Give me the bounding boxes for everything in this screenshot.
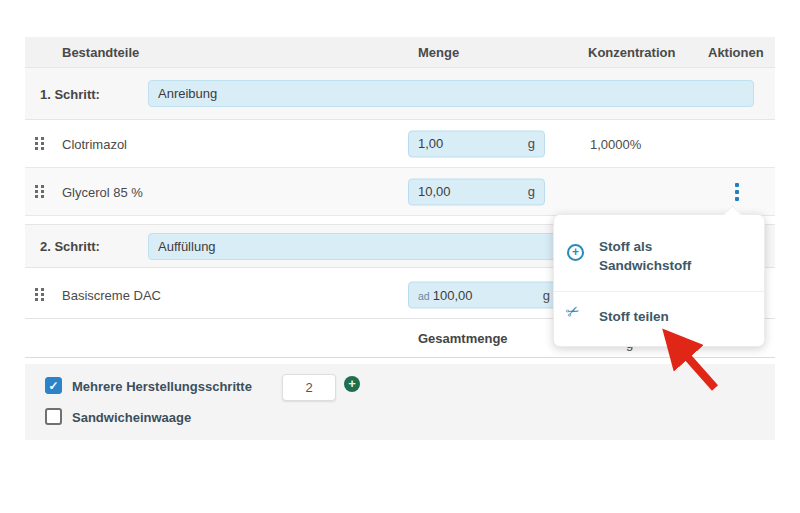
table-row-clotrimazol: Clotrimazol 1,00 g 1,0000% [25,120,775,168]
steps-count-input[interactable] [282,374,336,401]
unit-label: g [543,288,550,303]
amount-input[interactable]: 1,00 g [408,130,545,157]
add-step-icon[interactable]: + [344,376,360,392]
sandwicheinwaage-label: Sandwicheinwaage [72,410,191,425]
checkbox-mehrere-herstellungsschritte[interactable]: ✓ [45,377,62,394]
table-row-glycerol: Glycerol 85 % 10,00 g [25,168,775,216]
table-header-row: Bestandteile Menge Konzentration Aktione… [25,37,775,68]
check-icon: ✓ [48,379,58,393]
menu-divider [554,291,764,292]
menu-item-label: Stoff alsSandwichstoff [599,237,691,275]
ingredient-name: Clotrimazol [62,136,127,151]
red-annotation-arrow [630,322,730,400]
step-1-label: 1. Schritt: [40,86,100,101]
column-header-menge: Menge [418,37,459,68]
ingredient-name: Basiscreme DAC [62,288,161,303]
step-2-label: 2. Schritt: [40,239,100,254]
ad-prefix: ad [418,290,430,302]
step-1-name-input[interactable] [148,80,754,107]
menu-item-stoff-als-sandwichstoff[interactable]: + Stoff alsSandwichstoff [554,229,764,291]
mehrere-herstellungsschritte-label: Mehrere Herstellungsschritte [72,379,252,394]
drag-handle-icon[interactable] [35,288,44,302]
column-header-bestandteile: Bestandteile [62,37,139,68]
amount-input[interactable]: 10,00 g [408,178,545,205]
amount-value: 10,00 [418,184,451,199]
drag-handle-icon[interactable] [35,137,44,151]
ingredient-name: Glycerol 85 % [62,184,143,199]
column-header-aktionen: Aktionen [708,37,764,68]
unit-label: g [528,184,535,199]
plus-circle-icon: + [567,244,584,261]
kebab-menu-icon[interactable] [727,180,747,204]
checkbox-sandwicheinwaage[interactable] [45,408,62,425]
column-header-konzentration: Konzentration [588,37,675,68]
amount-value: 1,00 [418,136,443,151]
concentration-value: 1,0000% [590,136,641,151]
gesamtmenge-label: Gesamtmenge [418,331,508,346]
amount-value: ad100,00 [418,288,472,303]
table-row-step-1: 1. Schritt: [25,68,775,120]
drag-handle-icon[interactable] [35,185,44,199]
amount-input[interactable]: ad100,00 g [408,282,560,309]
rezeptur-screen: Bestandteile Menge Konzentration Aktione… [0,0,800,513]
scissors-icon: ✂ [563,300,583,323]
unit-label: g [528,136,535,151]
amount-number: 100,00 [433,288,473,303]
